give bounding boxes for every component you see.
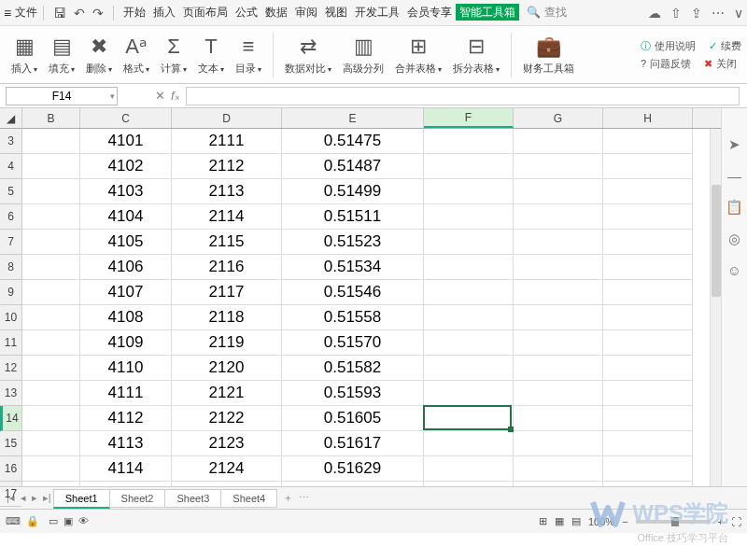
cell-F6[interactable] <box>424 204 514 230</box>
cell-G4[interactable] <box>514 154 603 179</box>
cell-B4[interactable] <box>22 154 80 179</box>
cell-D11[interactable]: 2119 <box>172 330 282 356</box>
feedback-link[interactable]: 问题反馈 <box>650 57 691 71</box>
cell-G13[interactable] <box>514 381 603 406</box>
menu-tab-插入[interactable]: 插入 <box>149 6 179 19</box>
cell-E17[interactable]: 0.51640 <box>282 482 424 486</box>
col-header-E[interactable]: E <box>282 108 424 128</box>
reading-view-icon[interactable]: 👁 <box>78 515 89 527</box>
cell-B15[interactable] <box>22 431 80 456</box>
cell-G3[interactable] <box>514 129 603 154</box>
cell-E11[interactable]: 0.51570 <box>282 330 424 356</box>
cell-D15[interactable]: 2123 <box>172 431 282 456</box>
lock-icon[interactable]: 🔒 <box>26 515 39 527</box>
cell-F9[interactable] <box>424 280 514 305</box>
vertical-scrollbar[interactable] <box>710 129 721 486</box>
cell-G7[interactable] <box>514 230 603 255</box>
row-header-13[interactable]: 13 <box>0 381 21 406</box>
cell-D8[interactable]: 2116 <box>172 255 282 280</box>
cell-C17[interactable]: 4115 <box>80 482 172 486</box>
last-sheet-icon[interactable]: ▸| <box>43 492 51 504</box>
cell-B13[interactable] <box>22 381 80 406</box>
cell-F7[interactable] <box>424 230 514 255</box>
cell-C15[interactable]: 4113 <box>80 431 172 456</box>
cell-G11[interactable] <box>514 330 603 356</box>
menu-tab-视图[interactable]: 视图 <box>321 6 351 19</box>
layout-view-icon[interactable]: ▦ <box>555 515 564 527</box>
ribbon-删除[interactable]: ✖删除▾ <box>86 34 112 76</box>
cell-D17[interactable]: 2125 <box>172 482 282 486</box>
collapse-icon[interactable]: ∨ <box>734 6 743 21</box>
fullscreen-icon[interactable]: ⛶ <box>731 516 741 527</box>
row-header-11[interactable]: 11 <box>0 330 21 356</box>
cell-G9[interactable] <box>514 280 603 305</box>
cell-G6[interactable] <box>514 204 603 230</box>
cell-H7[interactable] <box>603 230 693 255</box>
cell-G16[interactable] <box>514 456 603 482</box>
cell-G8[interactable] <box>514 255 603 280</box>
cancel-icon[interactable]: ✕ <box>155 89 165 103</box>
cell-H14[interactable] <box>603 406 693 431</box>
cell-E8[interactable]: 0.51534 <box>282 255 424 280</box>
row-header-15[interactable]: 15 <box>0 431 21 456</box>
menu-tab-开始[interactable]: 开始 <box>120 6 149 19</box>
cell-B17[interactable] <box>22 482 80 486</box>
cell-E10[interactable]: 0.51558 <box>282 305 424 330</box>
cell-H12[interactable] <box>603 356 693 381</box>
add-sheet-button[interactable]: ＋ <box>283 491 293 505</box>
cell-D9[interactable]: 2117 <box>172 280 282 305</box>
cell-H17[interactable] <box>603 482 693 486</box>
cell-B7[interactable] <box>22 230 80 255</box>
cell-D12[interactable]: 2120 <box>172 356 282 381</box>
cell-E3[interactable]: 0.51475 <box>282 129 424 154</box>
cell-G15[interactable] <box>514 431 603 456</box>
ribbon-文本[interactable]: T文本▾ <box>198 34 224 76</box>
cell-H8[interactable] <box>603 255 693 280</box>
cell-D7[interactable]: 2115 <box>172 230 282 255</box>
cell-G17[interactable] <box>514 482 603 486</box>
cell-C3[interactable]: 4101 <box>80 129 172 154</box>
export-icon[interactable]: ⇪ <box>691 6 702 21</box>
menu-tab-公式[interactable]: 公式 <box>232 6 261 19</box>
file-menu[interactable]: 文件 <box>15 5 37 21</box>
hamburger-icon[interactable]: ≡ <box>4 6 11 21</box>
cell-B3[interactable] <box>22 129 80 154</box>
cell-F14[interactable] <box>424 406 514 431</box>
menu-tab-开发工具[interactable]: 开发工具 <box>351 6 403 19</box>
ribbon-拆分表格[interactable]: ⊟拆分表格▾ <box>453 34 500 76</box>
ribbon-数据对比[interactable]: ⇄数据对比▾ <box>285 34 331 76</box>
cells-area[interactable]: 410121110.51475410221120.51487410321130.… <box>22 129 747 486</box>
row-header-8[interactable]: 8 <box>0 255 21 280</box>
cell-C12[interactable]: 4110 <box>80 356 172 381</box>
sheet-tab-Sheet4[interactable]: Sheet4 <box>220 489 277 508</box>
cell-D10[interactable]: 2118 <box>172 305 282 330</box>
ribbon-格式[interactable]: Aᵃ格式▾ <box>123 34 149 76</box>
cell-D14[interactable]: 2122 <box>172 406 282 431</box>
more-icon[interactable]: ⋯ <box>712 6 725 21</box>
save-icon[interactable]: 🖫 <box>53 6 66 21</box>
cell-F5[interactable] <box>424 179 514 204</box>
renew-link[interactable]: 续费 <box>721 39 741 53</box>
ribbon-财务工具箱[interactable]: 💼财务工具箱 <box>523 34 574 76</box>
clipboard-icon[interactable]: 📋 <box>726 199 743 216</box>
cloud-icon[interactable]: ☁ <box>648 6 661 21</box>
cell-D6[interactable]: 2114 <box>172 204 282 230</box>
menu-tab-数据[interactable]: 数据 <box>261 6 291 19</box>
break-view-icon[interactable]: ▤ <box>571 515 581 527</box>
cell-B11[interactable] <box>22 330 80 356</box>
cell-H5[interactable] <box>603 179 693 204</box>
menu-tab-审阅[interactable]: 审阅 <box>291 6 321 19</box>
cell-H16[interactable] <box>603 456 693 482</box>
sheet-tab-Sheet1[interactable]: Sheet1 <box>53 489 110 509</box>
cell-C16[interactable]: 4114 <box>80 456 172 482</box>
settings-icon[interactable]: ◎ <box>728 231 740 247</box>
fx-icon[interactable]: fₓ <box>171 89 180 103</box>
ribbon-合并表格[interactable]: ⊞合并表格▾ <box>395 34 442 76</box>
cell-F17[interactable] <box>424 482 514 486</box>
menu-tab-会员专享[interactable]: 会员专享 <box>403 6 456 19</box>
cell-E14[interactable]: 0.51605 <box>282 406 424 431</box>
col-header-F[interactable]: F <box>424 108 514 128</box>
cell-B14[interactable] <box>22 406 80 431</box>
redo-icon[interactable]: ↷ <box>92 6 104 21</box>
next-sheet-icon[interactable]: ▸ <box>32 492 37 504</box>
